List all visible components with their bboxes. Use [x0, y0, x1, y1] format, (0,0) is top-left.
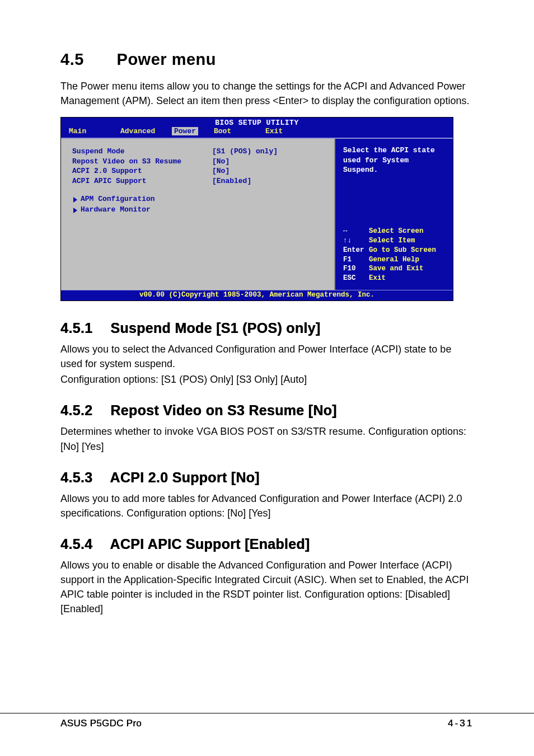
heading-number: 4.5: [60, 50, 112, 69]
section-number: 4.5.2: [60, 402, 106, 419]
bios-item[interactable]: Repost Video on S3 Resume [No]: [72, 157, 329, 167]
bios-item-label: Suspend Mode: [72, 147, 212, 157]
bios-item-label: Repost Video on S3 Resume: [72, 157, 212, 167]
bios-item-value: [Enabled]: [212, 176, 329, 186]
bios-submenu-label: Hardware Monitor: [81, 205, 151, 215]
section-heading: 4.5.3 ACPI 2.0 Support [No]: [60, 469, 474, 486]
key-desc: Go to Sub Screen: [369, 246, 436, 254]
key-desc: Save and Exit: [369, 265, 424, 273]
section-paragraph: Configuration options: [S1 (POS) Only] […: [60, 372, 474, 387]
page-footer: ASUS P5GDC Pro 4-31: [0, 713, 534, 729]
bios-submenu-label: APM Configuration: [81, 195, 155, 204]
key-icon: ESC: [343, 274, 369, 283]
intro-paragraph: The Power menu items allow you to change…: [60, 79, 474, 108]
section-title: ACPI 2.0 Support [No]: [110, 469, 259, 485]
section-heading: 4.5.2 Repost Video on S3 Resume [No]: [60, 402, 474, 419]
section-number: 4.5.4: [60, 536, 106, 552]
bios-item[interactable]: ACPI 2.0 Support [No]: [72, 166, 329, 176]
section-title: Repost Video on S3 Resume [No]: [110, 402, 336, 418]
triangle-right-icon: [73, 208, 77, 213]
section-paragraph: Allows you to add more tables for Advanc…: [60, 491, 474, 520]
bios-item-value: [No]: [212, 157, 329, 167]
bios-item-label: ACPI 2.0 Support: [72, 166, 212, 176]
heading-title: Power menu: [117, 50, 216, 68]
section-title: ACPI APIC Support [Enabled]: [110, 536, 310, 552]
section-paragraph: Allows you to select the Advanced Config…: [60, 342, 474, 371]
key-desc: General Help: [369, 256, 419, 264]
footer-product: ASUS P5GDC Pro: [60, 718, 142, 729]
section-heading: 4.5.1 Suspend Mode [S1 (POS) only]: [60, 320, 474, 336]
key-icon: F1: [343, 255, 369, 265]
bios-screenshot: BIOS SETUP UTILITY Main Advanced Power B…: [60, 117, 453, 301]
bios-tab-exit[interactable]: Exit: [265, 127, 317, 135]
key-desc: Exit: [369, 274, 386, 282]
bios-body: Suspend Mode [S1 (POS) only] Repost Vide…: [61, 138, 453, 290]
key-icon: Enter: [343, 246, 369, 255]
section-paragraph: Allows you to enable or disable the Adva…: [60, 558, 474, 616]
bios-right-panel: Select the ACPI state used for System Su…: [335, 139, 453, 290]
key-desc: Select Item: [369, 237, 415, 245]
bios-tabs: Main Advanced Power Boot Exit: [61, 127, 453, 138]
bios-title: BIOS SETUP UTILITY: [61, 118, 453, 127]
bios-left-panel: Suspend Mode [S1 (POS) only] Repost Vide…: [61, 139, 335, 290]
bios-item[interactable]: ACPI APIC Support [Enabled]: [72, 176, 329, 186]
section-number: 4.5.3: [60, 469, 106, 486]
bios-footer: v00.00 (C)Copyright 1985-2003, American …: [61, 290, 453, 300]
bios-submenu[interactable]: Hardware Monitor: [72, 205, 329, 215]
bios-item-value: [S1 (POS) only]: [212, 147, 329, 157]
footer-page-number: 4-31: [448, 718, 474, 729]
bios-item[interactable]: Suspend Mode [S1 (POS) only]: [72, 147, 329, 157]
section-title: Suspend Mode [S1 (POS) only]: [110, 320, 320, 336]
key-icon: ↑↓: [343, 236, 369, 246]
triangle-right-icon: [73, 197, 77, 203]
section-paragraph: Determines whether to invoke VGA BIOS PO…: [60, 424, 474, 453]
page-heading: 4.5 Power menu: [60, 50, 474, 69]
bios-submenu[interactable]: APM Configuration: [72, 195, 329, 204]
bios-item-label: ACPI APIC Support: [72, 176, 212, 186]
section-heading: 4.5.4 ACPI APIC Support [Enabled]: [60, 536, 474, 552]
key-icon: F10: [343, 264, 369, 274]
bios-key-legend: ↔Select Screen ↑↓Select Item EnterGo to …: [343, 227, 447, 283]
bios-tab-main[interactable]: Main: [69, 127, 120, 135]
key-icon: ↔: [343, 227, 369, 236]
bios-help-text: Select the ACPI state used for System Su…: [343, 145, 447, 175]
bios-tab-advanced[interactable]: Advanced: [120, 127, 172, 135]
bios-item-value: [No]: [212, 166, 329, 176]
key-desc: Select Screen: [369, 227, 424, 235]
bios-tab-boot[interactable]: Boot: [214, 127, 265, 135]
bios-tab-power[interactable]: Power: [172, 127, 198, 135]
section-number: 4.5.1: [60, 320, 106, 336]
